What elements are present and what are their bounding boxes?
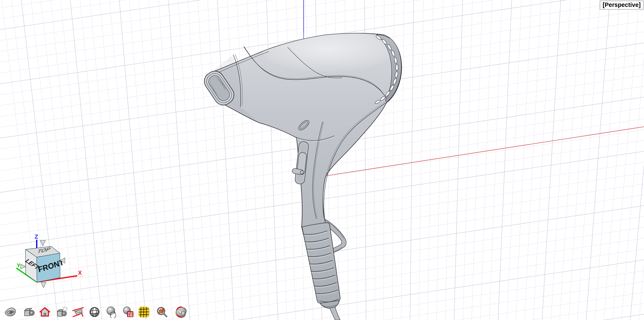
cube-rotate-arrow-down[interactable] [41, 282, 46, 288]
pan-sphere-icon [106, 306, 118, 318]
cube-rotate-arrow-up[interactable] [40, 240, 46, 246]
toolbar-button-home-view[interactable] [39, 306, 51, 318]
model-hair-dryer[interactable] [201, 30, 402, 320]
toolbar-button-camera-frustum[interactable] [72, 306, 84, 318]
home-view-icon [39, 306, 51, 318]
camera-frustum-icon [72, 306, 84, 318]
toolbar-button-display-options[interactable] [122, 306, 134, 318]
view-cube-widget: TOP LEFT FRONT X Y Z [16, 234, 84, 288]
eye-icon [4, 306, 16, 318]
power-cord [330, 307, 340, 320]
toolbar-button-pan-sphere[interactable] [106, 306, 118, 318]
toolbar-button-camera-flash[interactable] [56, 306, 68, 318]
toolbar-button-zoom-selected[interactable] [156, 306, 168, 318]
camera-icon [23, 306, 35, 318]
axis-label-x: X [78, 270, 82, 276]
zoom-selected-icon [156, 306, 168, 318]
toolbar-button-globe[interactable] [89, 306, 101, 318]
toolbar-button-camera[interactable] [23, 306, 36, 318]
toolbar-button-eye[interactable] [4, 306, 17, 318]
camera-flash-icon [56, 306, 68, 318]
x-axis-line [326, 127, 644, 176]
globe-icon [89, 306, 100, 318]
display-options-icon [122, 306, 134, 318]
viewport-title[interactable]: [Perspective] [600, 1, 644, 10]
body-highlight [263, 30, 392, 72]
viewport-3d: TOP LEFT FRONT X Y Z [Perspective] [0, 0, 644, 320]
grid-toggle-icon [138, 306, 150, 318]
axis-label-y: Y [17, 262, 20, 269]
viewport-canvas[interactable]: TOP LEFT FRONT X Y Z [0, 0, 644, 320]
shell-icon [175, 306, 187, 318]
toolbar-button-shell[interactable] [175, 306, 187, 318]
toolbar-button-grid-toggle[interactable] [138, 306, 150, 318]
axis-label-z: Z [35, 234, 38, 240]
